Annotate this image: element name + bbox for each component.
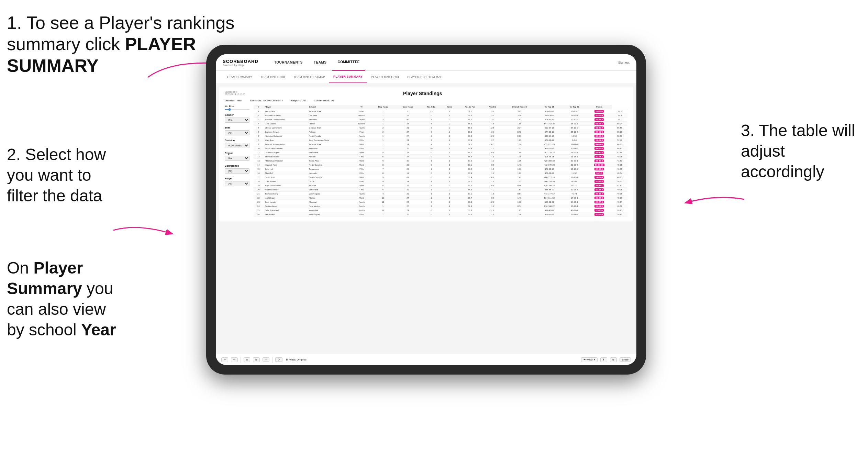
bottom-toolbar: ↩ ↪ ⧉ ⊞ ··· ⏱ 🖥 View: Original 👁 Watch ▾… xyxy=(216,354,636,365)
app-logo-sub: Powered by clippi xyxy=(223,64,258,66)
panel-title: Player Standings xyxy=(245,91,600,96)
col-overall: Overall Record xyxy=(502,105,536,109)
col-rank: # xyxy=(254,105,264,109)
download-btn[interactable]: ⬇ xyxy=(600,357,607,362)
sidebar-gender-section: Gender Men Women xyxy=(225,113,249,123)
standings-table: # Player School Yr Reg Rank Conf Rank No… xyxy=(254,105,627,216)
table-row: 16Alex GoffKentuckyFifth8190168.3-1.71.9… xyxy=(254,171,627,175)
sidebar-region-section: Region N/A All xyxy=(225,152,249,161)
table-row: 24Bastien AmatNew MexicoFourth1272269.4-… xyxy=(254,204,627,208)
table-row: 7Nicholas GabrelcikNorth FloridaFourth12… xyxy=(254,134,627,138)
view-label: View: Original xyxy=(289,358,307,361)
redo-btn[interactable]: ↪ xyxy=(231,357,238,362)
filter-gender-label: Gender: xyxy=(225,99,235,102)
sidebar-year-select[interactable]: (All) First Second Third Fourth Fifth xyxy=(225,130,249,135)
sidebar-year-section: Year (All) First Second Third Fourth Fif… xyxy=(225,126,249,135)
col-vs25: Vs Top 25 xyxy=(536,105,563,109)
update-time-section: Update time: 27/03/2024 16:56:26 xyxy=(225,91,245,96)
sidebar-division-select[interactable]: NCAA Division I NCAA Division II NCAA Di… xyxy=(225,143,249,148)
filter-conference-value: All xyxy=(331,99,334,102)
sidebar-division-section: Division NCAA Division I NCAA Division I… xyxy=(225,139,249,148)
sub-nav-player-h2h-heatmap[interactable]: PLAYER H2H HEATMAP xyxy=(403,71,446,83)
table-row: 9Preston SummerhaysArizona StateThird124… xyxy=(254,142,627,146)
sidebar-filters: No Rds. Gender Men xyxy=(225,105,249,216)
paste-btn[interactable]: ⊞ xyxy=(253,357,260,362)
annotation-step3: 3. The table will adjust accordingly xyxy=(741,120,858,182)
table-row: 25Cole SherwoodVanderbiltFourth12230168.… xyxy=(254,208,627,212)
main-content: Update time: 27/03/2024 16:56:26 Player … xyxy=(216,83,636,354)
sub-nav-player-summary[interactable]: PLAYER SUMMARY xyxy=(329,71,367,83)
watch-btn[interactable]: 👁 Watch ▾ xyxy=(581,357,598,362)
col-avg-sg: Avg SG xyxy=(483,105,503,109)
panel-header-row: Update time: 27/03/2024 16:56:26 Player … xyxy=(225,91,627,96)
table-row: 10Jacob Skov OlesenArkansasFifth12510168… xyxy=(254,146,627,151)
annotation-bottomleft: On PlayerSummary you can also view by sc… xyxy=(7,258,124,340)
more-btn[interactable]: ··· xyxy=(263,357,269,362)
data-table-wrap: # Player School Yr Reg Rank Conf Rank No… xyxy=(254,105,627,216)
table-row: 2Michael Le SassoOle MissSecond1180167.0… xyxy=(254,113,627,118)
nav-right: | Sign out xyxy=(616,61,630,64)
filter-region: Region: All xyxy=(291,99,305,102)
nav-tournaments[interactable]: TOURNAMENTS xyxy=(269,54,308,71)
filter-division-label: Division: xyxy=(250,99,262,102)
sidebar-conference-label: Conference xyxy=(225,164,249,167)
sub-nav: TEAM SUMMARY TEAM H2H GRID TEAM H2H HEAT… xyxy=(216,71,636,83)
filter-division-value: NCAA Division I xyxy=(263,99,282,102)
filter-conference: Conference: All xyxy=(314,99,334,102)
main-nav: TOURNAMENTS TEAMS COMMITTEE xyxy=(269,54,616,71)
table-row: 26Petr HrubyWashingtonFifth7250168.6-1.6… xyxy=(254,212,627,216)
sidebar-region-select[interactable]: N/A All xyxy=(225,156,249,161)
filter-division: Division: NCAA Division I xyxy=(250,99,282,102)
col-reg-rank: Reg Rank xyxy=(371,105,395,109)
sidebar-conference-section: Conference (All) xyxy=(225,164,249,174)
sidebar-gender-label: Gender xyxy=(225,113,249,116)
annotation-step2: 2. Select how you want to filter the dat… xyxy=(7,144,117,206)
app-logo-title: SCOREBOARD xyxy=(223,59,258,64)
table-row: 19Tiger ChristensenArizonaThird5232269.2… xyxy=(254,184,627,188)
sub-nav-team-h2h-grid[interactable]: TEAM H2H GRID xyxy=(256,71,289,83)
sidebar-player-section: Player (All) xyxy=(225,177,249,186)
table-row: 5Christo LamprechtGeorgia TechFourth2212… xyxy=(254,126,627,130)
sidebar-gender-select[interactable]: Men Women xyxy=(225,118,249,123)
share-btn[interactable]: Share xyxy=(620,357,631,362)
col-vs50: Vs Top 50 xyxy=(563,105,587,109)
table-row: 13Phichaisak MaichonTexas A&MThird630116… xyxy=(254,159,627,163)
nav-teams[interactable]: TEAMS xyxy=(308,54,332,71)
tablet-device: SCOREBOARD Powered by clippi TOURNAMENTS… xyxy=(206,45,646,375)
sign-out-link[interactable]: | Sign out xyxy=(616,61,630,64)
grid-btn[interactable]: ⊞ xyxy=(610,357,617,362)
update-label: Update time: xyxy=(225,91,245,93)
separator1 xyxy=(241,357,241,363)
arrow-step3 xyxy=(682,189,751,210)
filter-region-value: All xyxy=(302,99,305,102)
col-points: Points xyxy=(587,105,612,109)
filter-conference-label: Conference: xyxy=(314,99,330,102)
sidebar-conference-select[interactable]: (All) xyxy=(225,168,249,174)
standings-panel: Update time: 27/03/2024 16:56:26 Player … xyxy=(219,87,633,221)
no-rds-slider[interactable] xyxy=(225,109,249,110)
table-row: 17David FordNorth CarolinaThird9690268.9… xyxy=(254,175,627,179)
col-wins: Wins xyxy=(442,105,457,109)
clock-btn[interactable]: ⏱ xyxy=(275,357,282,362)
table-header: # Player School Yr Reg Rank Conf Rank No… xyxy=(254,105,627,109)
separator2 xyxy=(272,357,272,363)
filter-gender-value: Men xyxy=(237,99,242,102)
table-body: 1Wenyi DingArizona StateFirst1115167.1-3… xyxy=(254,109,627,216)
sidebar-region-label: Region xyxy=(225,152,249,155)
col-no-rds: No. Rds. xyxy=(421,105,442,109)
nav-committee[interactable]: COMMITTEE xyxy=(332,54,366,71)
sub-nav-player-h2h-grid[interactable]: PLAYER H2H GRID xyxy=(367,71,403,83)
sidebar-player-select[interactable]: (All) xyxy=(225,181,249,186)
table-row: 15Jake HallTennesseeFifth7881169.4-1.51.… xyxy=(254,167,627,171)
table-row: 22Ian GilliganFloridaThird10241168.7-0.8… xyxy=(254,196,627,200)
table-row: 3Michael ThorbjornsenStanfordFourth28072… xyxy=(254,118,627,122)
sub-nav-team-summary[interactable]: TEAM SUMMARY xyxy=(223,71,256,83)
undo-btn[interactable]: ↩ xyxy=(221,357,228,362)
table-row: 12Brendan ValdesAuburnFifth5270468.4-1.1… xyxy=(254,155,627,159)
sidebar-year-label: Year xyxy=(225,126,249,129)
table-row: 14Maxwell FordNorth CarolinaThird8230169… xyxy=(254,163,627,167)
sidebar-division-label: Division xyxy=(225,139,249,142)
col-school: School xyxy=(308,105,352,109)
copy-btn[interactable]: ⧉ xyxy=(244,357,250,362)
sub-nav-team-h2h-heatmap[interactable]: TEAM H2H HEATMAP xyxy=(289,71,329,83)
